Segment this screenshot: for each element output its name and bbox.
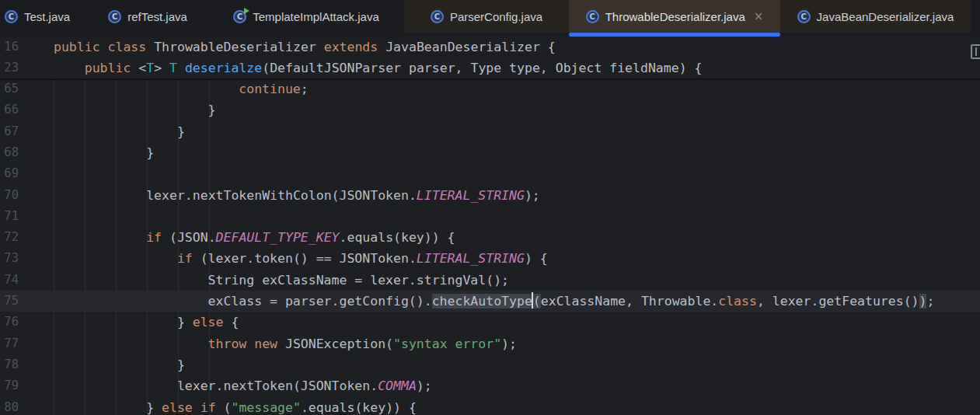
editor-tab-bar: CTest.javaCrefTest.javaCTemplateImplAtta…	[0, 0, 980, 37]
code-text: continue;	[54, 78, 309, 99]
code-text: }	[54, 354, 185, 375]
code-line[interactable]: 76} else {	[0, 312, 980, 333]
tab-label: refTest.java	[127, 10, 187, 23]
code-text: exClass = parser.getConfig().checkAutoTy…	[54, 291, 934, 312]
tab-JavaBeanDeserializer.java[interactable]: CJavaBeanDeserializer.java	[780, 0, 971, 33]
tab-label: JavaBeanDeserializer.java	[817, 10, 954, 23]
java-class-run-icon: C	[233, 10, 246, 23]
java-class-icon: C	[797, 10, 811, 23]
code-line[interactable]: 67}	[0, 121, 980, 142]
tab-label: ThrowableDeserializer.java	[605, 10, 745, 23]
code-text: if (JSON.DEFAULT_TYPE_KEY.equals(key)) {	[54, 227, 455, 248]
line-number[interactable]: 73	[0, 248, 19, 269]
java-class-icon: C	[108, 10, 121, 23]
run-overlay-icon	[244, 8, 249, 14]
code-text: } else if ("message".equals(key)) {	[54, 397, 417, 415]
code-line[interactable]: 79lexer.nextToken(JSONToken.COMMA);	[0, 375, 980, 396]
code-text: if (lexer.token() == JSONToken.LITERAL_S…	[54, 248, 548, 269]
code-text: }	[54, 99, 216, 120]
line-number[interactable]: 79	[0, 375, 19, 396]
code-text: throw new JSONException("syntax error");	[54, 333, 517, 354]
line-number[interactable]: 66	[0, 99, 19, 120]
code-line[interactable]: 72if (JSON.DEFAULT_TYPE_KEY.equals(key))…	[0, 227, 980, 248]
code-text: public class ThrowableDeserializer exten…	[54, 37, 556, 58]
tab-label: TemplateImplAttack.java	[253, 10, 379, 23]
line-number[interactable]: 74	[0, 270, 19, 291]
code-text: } else {	[54, 312, 239, 333]
code-line[interactable]: 66}	[0, 99, 980, 120]
java-class-icon: C	[5, 10, 18, 23]
code-text: String exClassName = lexer.stringVal();	[54, 270, 509, 291]
java-class-icon: C	[431, 10, 444, 23]
ide-editor-window: CTest.javaCrefTest.javaCTemplateImplAtta…	[0, 0, 980, 415]
line-number[interactable]: 71	[0, 206, 19, 227]
tab-refTest.java[interactable]: CrefTest.java	[87, 0, 208, 33]
code-editor[interactable]: 65continue;66}67}68}6970lexer.nextTokenW…	[0, 78, 980, 415]
code-text: }	[54, 142, 154, 163]
line-number[interactable]: 67	[0, 121, 19, 142]
code-line[interactable]: 70lexer.nextTokenWithColon(JSONToken.LIT…	[0, 185, 980, 206]
code-text: }	[54, 121, 185, 142]
code-line[interactable]: 16public class ThrowableDeserializer ext…	[0, 37, 980, 58]
line-number[interactable]: 23	[0, 58, 19, 78]
code-line[interactable]: 77throw new JSONException("syntax error"…	[0, 333, 980, 354]
line-number[interactable]: 80	[0, 397, 19, 415]
code-line[interactable]: 78}	[0, 354, 980, 375]
code-line[interactable]: 75exClass = parser.getConfig().checkAuto…	[0, 291, 980, 312]
tab-label: ParserConfig.java	[450, 10, 542, 23]
code-line[interactable]: 23public <T> T deserialze(DefaultJSONPar…	[0, 58, 980, 78]
clipped-gutter-icon	[971, 44, 980, 59]
code-line[interactable]: 68}	[0, 142, 980, 163]
line-number[interactable]: 76	[0, 312, 19, 333]
tab-ThrowableDeserializer.java[interactable]: CThrowableDeserializer.java×	[569, 0, 780, 33]
code-text: lexer.nextTokenWithColon(JSONToken.LITER…	[54, 185, 540, 206]
code-line[interactable]: 74String exClassName = lexer.stringVal()…	[0, 270, 980, 291]
line-number[interactable]: 68	[0, 142, 19, 163]
code-line[interactable]: 73if (lexer.token() == JSONToken.LITERAL…	[0, 248, 980, 269]
sticky-header: 16public class ThrowableDeserializer ext…	[0, 37, 980, 80]
tab-label: Test.java	[24, 10, 70, 23]
line-number[interactable]: 65	[0, 78, 19, 99]
line-number[interactable]: 16	[0, 37, 19, 58]
tab-TemplateImplAttack.java[interactable]: CTemplateImplAttack.java	[208, 0, 404, 33]
tab-Test.java[interactable]: CTest.java	[0, 0, 87, 33]
close-icon[interactable]: ×	[754, 9, 764, 23]
code-line[interactable]: 65continue;	[0, 78, 980, 99]
code-text: public <T> T deserialze(DefaultJSONParse…	[54, 58, 702, 78]
tab-ParserConfig.java[interactable]: CParserConfig.java	[404, 0, 569, 33]
line-number[interactable]: 70	[0, 185, 19, 206]
line-number[interactable]: 78	[0, 354, 19, 375]
java-class-icon: C	[586, 10, 599, 23]
line-number[interactable]: 77	[0, 333, 19, 354]
line-number[interactable]: 69	[0, 163, 19, 184]
code-text: lexer.nextToken(JSONToken.COMMA);	[54, 375, 432, 396]
code-line[interactable]: 80} else if ("message".equals(key)) {	[0, 397, 980, 415]
line-number[interactable]: 75	[0, 291, 19, 312]
line-number[interactable]: 72	[0, 227, 19, 248]
